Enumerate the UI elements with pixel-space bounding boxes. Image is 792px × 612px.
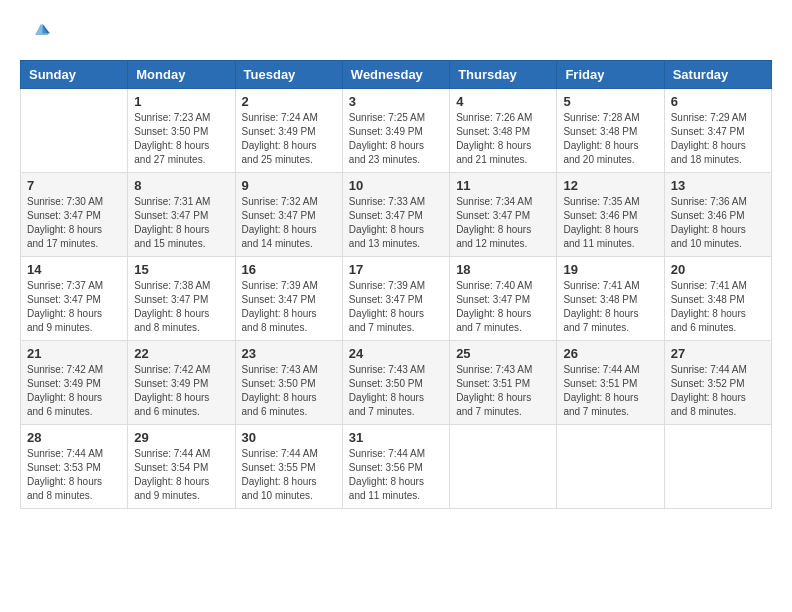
daylight-label: Daylight: 8 hours and 10 minutes. (242, 476, 317, 501)
weekday-header-thursday: Thursday (450, 61, 557, 89)
sunrise-label: Sunrise: 7:39 AM (349, 280, 425, 291)
sunset-label: Sunset: 3:46 PM (563, 210, 637, 221)
day-info: Sunrise: 7:42 AM Sunset: 3:49 PM Dayligh… (134, 363, 228, 419)
sunrise-label: Sunrise: 7:35 AM (563, 196, 639, 207)
day-number: 21 (27, 346, 121, 361)
daylight-label: Daylight: 8 hours and 15 minutes. (134, 224, 209, 249)
sunset-label: Sunset: 3:47 PM (134, 210, 208, 221)
sunset-label: Sunset: 3:49 PM (349, 126, 423, 137)
day-info: Sunrise: 7:28 AM Sunset: 3:48 PM Dayligh… (563, 111, 657, 167)
sunset-label: Sunset: 3:50 PM (242, 378, 316, 389)
sunset-label: Sunset: 3:48 PM (563, 294, 637, 305)
sunrise-label: Sunrise: 7:44 AM (242, 448, 318, 459)
daylight-label: Daylight: 8 hours and 7 minutes. (563, 308, 638, 333)
daylight-label: Daylight: 8 hours and 6 minutes. (671, 308, 746, 333)
sunset-label: Sunset: 3:46 PM (671, 210, 745, 221)
sunrise-label: Sunrise: 7:26 AM (456, 112, 532, 123)
day-info: Sunrise: 7:25 AM Sunset: 3:49 PM Dayligh… (349, 111, 443, 167)
day-info: Sunrise: 7:30 AM Sunset: 3:47 PM Dayligh… (27, 195, 121, 251)
sunset-label: Sunset: 3:49 PM (134, 378, 208, 389)
calendar-cell: 26 Sunrise: 7:44 AM Sunset: 3:51 PM Dayl… (557, 341, 664, 425)
daylight-label: Daylight: 8 hours and 6 minutes. (134, 392, 209, 417)
sunrise-label: Sunrise: 7:44 AM (563, 364, 639, 375)
day-number: 14 (27, 262, 121, 277)
logo (20, 20, 54, 50)
calendar-cell: 6 Sunrise: 7:29 AM Sunset: 3:47 PM Dayli… (664, 89, 771, 173)
calendar-cell (664, 425, 771, 509)
day-number: 29 (134, 430, 228, 445)
day-info: Sunrise: 7:36 AM Sunset: 3:46 PM Dayligh… (671, 195, 765, 251)
daylight-label: Daylight: 8 hours and 7 minutes. (349, 392, 424, 417)
sunrise-label: Sunrise: 7:44 AM (27, 448, 103, 459)
calendar-cell (21, 89, 128, 173)
calendar-cell: 22 Sunrise: 7:42 AM Sunset: 3:49 PM Dayl… (128, 341, 235, 425)
calendar-cell: 28 Sunrise: 7:44 AM Sunset: 3:53 PM Dayl… (21, 425, 128, 509)
sunrise-label: Sunrise: 7:36 AM (671, 196, 747, 207)
daylight-label: Daylight: 8 hours and 7 minutes. (456, 392, 531, 417)
calendar-cell: 23 Sunrise: 7:43 AM Sunset: 3:50 PM Dayl… (235, 341, 342, 425)
sunset-label: Sunset: 3:49 PM (27, 378, 101, 389)
day-info: Sunrise: 7:44 AM Sunset: 3:53 PM Dayligh… (27, 447, 121, 503)
calendar-cell: 20 Sunrise: 7:41 AM Sunset: 3:48 PM Dayl… (664, 257, 771, 341)
sunset-label: Sunset: 3:49 PM (242, 126, 316, 137)
calendar-cell: 16 Sunrise: 7:39 AM Sunset: 3:47 PM Dayl… (235, 257, 342, 341)
calendar-cell: 25 Sunrise: 7:43 AM Sunset: 3:51 PM Dayl… (450, 341, 557, 425)
sunset-label: Sunset: 3:51 PM (563, 378, 637, 389)
sunrise-label: Sunrise: 7:44 AM (671, 364, 747, 375)
daylight-label: Daylight: 8 hours and 9 minutes. (134, 476, 209, 501)
day-info: Sunrise: 7:31 AM Sunset: 3:47 PM Dayligh… (134, 195, 228, 251)
sunset-label: Sunset: 3:54 PM (134, 462, 208, 473)
calendar-cell: 1 Sunrise: 7:23 AM Sunset: 3:50 PM Dayli… (128, 89, 235, 173)
day-number: 26 (563, 346, 657, 361)
page-header (20, 20, 772, 50)
calendar-cell: 11 Sunrise: 7:34 AM Sunset: 3:47 PM Dayl… (450, 173, 557, 257)
sunset-label: Sunset: 3:52 PM (671, 378, 745, 389)
day-number: 28 (27, 430, 121, 445)
sunrise-label: Sunrise: 7:23 AM (134, 112, 210, 123)
sunset-label: Sunset: 3:48 PM (563, 126, 637, 137)
day-info: Sunrise: 7:37 AM Sunset: 3:47 PM Dayligh… (27, 279, 121, 335)
calendar-cell: 31 Sunrise: 7:44 AM Sunset: 3:56 PM Dayl… (342, 425, 449, 509)
day-info: Sunrise: 7:23 AM Sunset: 3:50 PM Dayligh… (134, 111, 228, 167)
daylight-label: Daylight: 8 hours and 11 minutes. (349, 476, 424, 501)
weekday-header-wednesday: Wednesday (342, 61, 449, 89)
calendar-cell: 29 Sunrise: 7:44 AM Sunset: 3:54 PM Dayl… (128, 425, 235, 509)
sunset-label: Sunset: 3:55 PM (242, 462, 316, 473)
sunrise-label: Sunrise: 7:29 AM (671, 112, 747, 123)
daylight-label: Daylight: 8 hours and 6 minutes. (27, 392, 102, 417)
sunrise-label: Sunrise: 7:42 AM (134, 364, 210, 375)
sunset-label: Sunset: 3:47 PM (242, 210, 316, 221)
day-number: 15 (134, 262, 228, 277)
calendar-cell: 18 Sunrise: 7:40 AM Sunset: 3:47 PM Dayl… (450, 257, 557, 341)
weekday-header-monday: Monday (128, 61, 235, 89)
daylight-label: Daylight: 8 hours and 7 minutes. (563, 392, 638, 417)
calendar-cell: 19 Sunrise: 7:41 AM Sunset: 3:48 PM Dayl… (557, 257, 664, 341)
day-number: 7 (27, 178, 121, 193)
week-row-5: 28 Sunrise: 7:44 AM Sunset: 3:53 PM Dayl… (21, 425, 772, 509)
day-info: Sunrise: 7:43 AM Sunset: 3:50 PM Dayligh… (242, 363, 336, 419)
day-number: 23 (242, 346, 336, 361)
day-info: Sunrise: 7:44 AM Sunset: 3:52 PM Dayligh… (671, 363, 765, 419)
sunset-label: Sunset: 3:50 PM (349, 378, 423, 389)
sunset-label: Sunset: 3:47 PM (349, 294, 423, 305)
day-info: Sunrise: 7:24 AM Sunset: 3:49 PM Dayligh… (242, 111, 336, 167)
sunset-label: Sunset: 3:47 PM (349, 210, 423, 221)
day-number: 22 (134, 346, 228, 361)
daylight-label: Daylight: 8 hours and 8 minutes. (27, 476, 102, 501)
calendar-cell: 24 Sunrise: 7:43 AM Sunset: 3:50 PM Dayl… (342, 341, 449, 425)
sunset-label: Sunset: 3:56 PM (349, 462, 423, 473)
sunrise-label: Sunrise: 7:28 AM (563, 112, 639, 123)
daylight-label: Daylight: 8 hours and 8 minutes. (242, 308, 317, 333)
daylight-label: Daylight: 8 hours and 13 minutes. (349, 224, 424, 249)
day-number: 17 (349, 262, 443, 277)
sunset-label: Sunset: 3:47 PM (456, 294, 530, 305)
sunset-label: Sunset: 3:47 PM (27, 294, 101, 305)
day-info: Sunrise: 7:29 AM Sunset: 3:47 PM Dayligh… (671, 111, 765, 167)
sunrise-label: Sunrise: 7:30 AM (27, 196, 103, 207)
daylight-label: Daylight: 8 hours and 23 minutes. (349, 140, 424, 165)
weekday-header-sunday: Sunday (21, 61, 128, 89)
daylight-label: Daylight: 8 hours and 11 minutes. (563, 224, 638, 249)
day-info: Sunrise: 7:43 AM Sunset: 3:50 PM Dayligh… (349, 363, 443, 419)
calendar-cell: 30 Sunrise: 7:44 AM Sunset: 3:55 PM Dayl… (235, 425, 342, 509)
weekday-header-tuesday: Tuesday (235, 61, 342, 89)
